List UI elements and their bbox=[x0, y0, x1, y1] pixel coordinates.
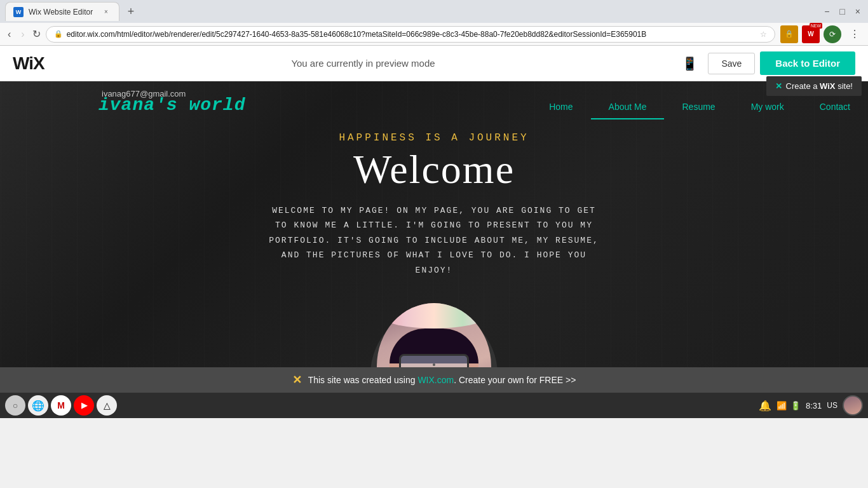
taskbar: ○ 🌐 M ▶ △ 🔔 📶 🔋 8:31 US bbox=[0, 393, 868, 418]
hero-description: WELCOME TO MY PAGE! ON MY PAGE, YOU ARE … bbox=[269, 203, 599, 278]
forward-nav-icon[interactable]: › bbox=[18, 26, 27, 43]
nav-links: Home About Me Resume My work Contact bbox=[531, 95, 868, 119]
more-options-icon[interactable]: ⋮ bbox=[845, 25, 863, 43]
mobile-preview-icon[interactable]: 📱 bbox=[682, 56, 698, 71]
wix-logo: WiX bbox=[13, 53, 44, 74]
address-bar[interactable]: 🔒 editor.wix.com/html/editor/web/rendere… bbox=[46, 26, 775, 43]
maximize-icon[interactable]: □ bbox=[837, 4, 847, 19]
taskbar-search-icon[interactable]: ○ bbox=[5, 395, 25, 416]
taskbar-locale: US bbox=[827, 401, 837, 410]
bottom-banner-text: This site was created using WIX.com. Cre… bbox=[308, 375, 576, 385]
minimize-icon[interactable]: − bbox=[822, 4, 832, 19]
reload-icon[interactable]: ↻ bbox=[32, 28, 41, 40]
back-to-editor-button[interactable]: Back to Editor bbox=[760, 51, 855, 75]
browser-titlebar: W Wix Website Editor × + − □ × bbox=[0, 0, 868, 23]
window-controls: − □ × bbox=[822, 4, 863, 19]
taskbar-notification-icon[interactable]: 🔔 bbox=[759, 400, 771, 412]
taskbar-drive-icon[interactable]: △ bbox=[97, 395, 117, 416]
back-nav-icon[interactable]: ‹ bbox=[5, 26, 13, 43]
bottom-wix-link[interactable]: WIX.com bbox=[417, 375, 454, 385]
taskbar-gmail-icon[interactable]: M bbox=[51, 395, 71, 416]
nav-link-contact[interactable]: Contact bbox=[802, 95, 868, 119]
nav-link-about[interactable]: About Me bbox=[591, 95, 665, 119]
taskbar-right: 🔔 📶 🔋 8:31 US bbox=[759, 395, 863, 416]
site-content: ivanag677@gmail.com IVANA'S WORLD Home A… bbox=[0, 81, 868, 393]
star-icon[interactable]: ☆ bbox=[760, 30, 767, 39]
taskbar-chrome-icon[interactable]: 🌐 bbox=[28, 395, 48, 416]
browser-tab[interactable]: W Wix Website Editor × bbox=[5, 2, 119, 21]
extension-icon-2[interactable]: W NEW bbox=[802, 25, 820, 43]
extension-icon-3[interactable]: ⟳ bbox=[824, 25, 841, 43]
hero-title: Welcome bbox=[13, 146, 855, 193]
browser-addressbar: ‹ › ↻ 🔒 editor.wix.com/html/editor/web/r… bbox=[0, 23, 868, 46]
nav-link-home[interactable]: Home bbox=[531, 95, 590, 119]
wix-x-logo: ✕ bbox=[775, 81, 782, 91]
nav-link-resume[interactable]: Resume bbox=[664, 95, 733, 119]
browser-chrome: W Wix Website Editor × + − □ × ‹ › ↻ 🔒 e… bbox=[0, 0, 868, 488]
address-text: editor.wix.com/html/editor/web/renderer/… bbox=[67, 30, 647, 39]
tab-close-icon[interactable]: × bbox=[101, 7, 111, 17]
taskbar-time: 8:31 bbox=[806, 401, 822, 410]
save-button[interactable]: Save bbox=[708, 53, 755, 74]
close-icon[interactable]: × bbox=[853, 4, 863, 19]
preview-mode-text: You are currently in preview mode bbox=[44, 58, 682, 69]
wix-editor-bar: WiX You are currently in preview mode 📱 … bbox=[0, 46, 868, 81]
wifi-icon: 📶 bbox=[776, 401, 787, 410]
bottom-wix-x-icon: ✕ bbox=[292, 373, 302, 387]
site-nav: ivanag677@gmail.com IVANA'S WORLD Home A… bbox=[0, 81, 868, 119]
profile-flower-crown bbox=[377, 303, 491, 329]
taskbar-youtube-icon[interactable]: ▶ bbox=[74, 395, 94, 416]
lock-icon: 🔒 bbox=[54, 30, 63, 38]
extension-icon-1[interactable]: 🔒 bbox=[780, 25, 798, 43]
battery-icon: 🔋 bbox=[790, 401, 801, 410]
hero-section: HAPPINESS IS A JOURNEY Welcome WELCOME T… bbox=[0, 119, 868, 393]
new-tab-button[interactable]: + bbox=[122, 3, 140, 20]
create-wix-banner[interactable]: ✕ Create a WiX site! bbox=[766, 76, 862, 96]
tab-title: Wix Website Editor bbox=[29, 8, 93, 17]
create-banner-text: Create a WiX site! bbox=[786, 81, 853, 91]
hero-subtitle: HAPPINESS IS A JOURNEY bbox=[13, 132, 855, 144]
bottom-wix-banner[interactable]: ✕ This site was created using WIX.com. C… bbox=[0, 367, 868, 393]
toolbar-icons: 🔒 W NEW ⟳ ⋮ bbox=[780, 25, 863, 43]
site-title: IVANA'S WORLD bbox=[98, 95, 245, 115]
tab-favicon: W bbox=[13, 7, 24, 17]
taskbar-avatar[interactable] bbox=[843, 395, 863, 416]
taskbar-sys-icons: 📶 🔋 bbox=[776, 401, 801, 410]
nav-link-my-work[interactable]: My work bbox=[733, 95, 802, 119]
